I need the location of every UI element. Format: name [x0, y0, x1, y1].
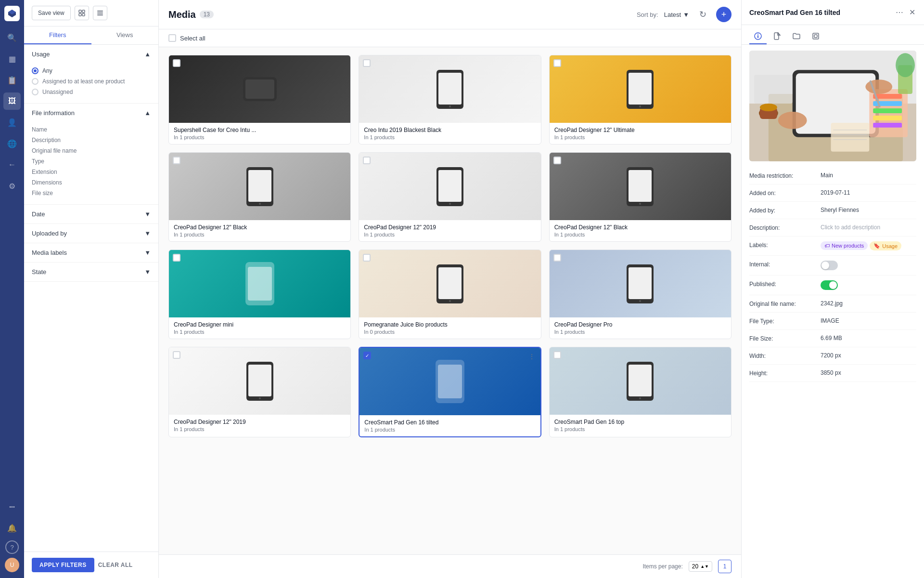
card-checkbox-11[interactable]: ✓ — [363, 352, 371, 359]
card-checkbox-2[interactable] — [363, 59, 371, 67]
detail-tab-layers[interactable] — [807, 29, 824, 44]
nav-grid-icon[interactable]: ▦ — [3, 50, 21, 67]
toggle-6[interactable] — [821, 280, 838, 290]
select-all-checkbox[interactable] — [168, 34, 176, 42]
card-products-7: In 1 products — [174, 329, 346, 335]
media-card-8[interactable]: Pomegranate Juice Bio products In 0 prod… — [359, 250, 541, 339]
filter-item-description[interactable]: Description — [32, 135, 151, 145]
clear-all-button[interactable]: CLEAR ALL — [98, 558, 133, 572]
card-checkbox-9[interactable] — [553, 254, 561, 262]
media-card-12[interactable]: CreoSmart Pad Gen 16 top In 1 products — [549, 347, 732, 437]
nav-more-icon[interactable]: ••• — [3, 498, 21, 515]
nav-help-icon[interactable]: ? — [5, 540, 19, 554]
nav-list-icon[interactable]: 📋 — [3, 71, 21, 89]
apply-filters-button[interactable]: APPLY FILTERS — [32, 558, 94, 572]
tab-filters[interactable]: Filters — [24, 26, 91, 44]
sidebar-icon-btn-2[interactable] — [93, 6, 107, 20]
media-card-11[interactable]: ✓ ⋮ CreoSmart Pad Gen 16 tilted In 1 pro… — [359, 347, 541, 437]
card-checkbox-6[interactable] — [553, 157, 561, 164]
svg-rect-4 — [97, 11, 103, 12]
sidebar-tabs: Filters Views — [24, 26, 158, 45]
media-card-5[interactable]: CreoPad Designer 12" 2019 In 1 products — [359, 152, 541, 242]
card-image-content-10 — [169, 347, 350, 415]
toggle-5[interactable] — [821, 261, 838, 270]
media-card-6[interactable]: CreoPad Designer 12" Black In 1 products — [549, 152, 732, 242]
items-per-page-select[interactable]: 20 ▲▼ — [689, 561, 712, 572]
card-image-4 — [169, 153, 350, 220]
card-checkbox-4[interactable] — [173, 157, 180, 164]
sort-select[interactable]: Latest ▼ — [664, 11, 689, 18]
nav-avatar[interactable]: U — [5, 558, 19, 572]
filter-item-dimensions[interactable]: Dimensions — [32, 177, 151, 188]
sidebar: Save view Filters Views Usage ▲ Any — [24, 0, 159, 578]
filter-option-any[interactable]: Any — [32, 66, 151, 76]
page-number[interactable]: 1 — [718, 560, 732, 573]
detail-tab-files[interactable] — [769, 29, 786, 44]
filter-option-assigned[interactable]: Assigned to at least one product — [32, 76, 151, 87]
filter-option-unassigned[interactable]: Unassigned — [32, 87, 151, 97]
card-products-2: In 1 products — [364, 134, 536, 140]
detail-more-icon[interactable]: ⋯ — [895, 7, 904, 18]
card-checkbox-12[interactable] — [553, 351, 561, 359]
filter-header-media-labels[interactable]: Media labels ▼ — [24, 243, 158, 262]
label-tag-new-products[interactable]: 🏷New products — [821, 241, 868, 250]
nav-users-icon[interactable]: 👤 — [3, 114, 21, 131]
filter-item-type[interactable]: Type — [32, 156, 151, 167]
card-checkbox-10[interactable] — [173, 351, 180, 359]
filter-header-usage[interactable]: Usage ▲ — [24, 45, 158, 64]
media-card-3[interactable]: CreoPad Designer 12" Ultimate In 1 produ… — [549, 55, 732, 144]
add-media-button[interactable]: + — [716, 7, 732, 22]
filter-header-file-info[interactable]: File information ▲ — [24, 104, 158, 122]
media-card-7[interactable]: CreoPad Designer mini In 1 products — [168, 250, 351, 339]
detail-actions: ⋯ ✕ — [895, 7, 916, 18]
card-image-content-9 — [550, 250, 731, 317]
nav-bell-icon[interactable]: 🔔 — [3, 519, 21, 537]
media-card-9[interactable]: CreoPad Designer Pro In 1 products — [549, 250, 732, 339]
info-value-10: 7200 px — [821, 352, 916, 359]
media-card-4[interactable]: CreoPad Designer 12" Black In 1 products — [168, 152, 351, 242]
detail-tab-folder[interactable] — [788, 29, 805, 44]
filter-item-extension[interactable]: Extension — [32, 167, 151, 177]
sidebar-icon-btn-1[interactable] — [75, 6, 89, 20]
detail-close-icon[interactable]: ✕ — [908, 7, 916, 18]
nav-media-icon[interactable]: 🖼 — [3, 92, 21, 110]
media-card-10[interactable]: CreoPad Designer 12" 2019 In 1 products — [168, 347, 351, 437]
select-all-label[interactable]: Select all — [168, 34, 205, 42]
chevron-down-icon-uploaded: ▼ — [144, 230, 151, 237]
nav-search-icon[interactable]: 🔍 — [3, 29, 21, 46]
svg-rect-2 — [79, 13, 81, 16]
card-name-8: Pomegranate Juice Bio products — [364, 321, 536, 328]
nav-back-icon[interactable]: ← — [3, 156, 21, 173]
svg-point-31 — [639, 300, 641, 302]
card-checkbox-7[interactable] — [173, 254, 180, 262]
media-card-2[interactable]: Creo Intu 2019 Blackest Black In 1 produ… — [359, 55, 541, 144]
card-more-11[interactable]: ⋮ — [527, 352, 537, 361]
media-card-1[interactable]: Supershell Case for Creo Intu ... In 1 p… — [168, 55, 351, 144]
label-tag-usage[interactable]: 🔖Usage — [870, 241, 901, 250]
svg-rect-62 — [831, 123, 870, 152]
filter-header-uploaded-by[interactable]: Uploaded by ▼ — [24, 224, 158, 243]
card-checkbox-1[interactable] — [173, 59, 180, 67]
filter-item-filesize[interactable]: File size — [32, 188, 151, 198]
tab-views[interactable]: Views — [91, 26, 159, 44]
card-checkbox-5[interactable] — [363, 157, 371, 164]
detail-tab-info[interactable] — [749, 29, 767, 44]
filter-header-date[interactable]: Date ▼ — [24, 205, 158, 223]
info-placeholder-3[interactable]: Click to add description — [821, 224, 916, 231]
card-checkbox-3[interactable] — [553, 59, 561, 67]
save-view-button[interactable]: Save view — [32, 6, 71, 20]
filter-label-media-labels: Media labels — [32, 249, 67, 256]
refresh-icon[interactable]: ↻ — [695, 7, 710, 22]
card-checkbox-8[interactable] — [363, 254, 371, 262]
info-row-3: Description: Click to add description — [749, 219, 916, 236]
info-row-5: Internal: — [749, 256, 916, 276]
nav-globe-icon[interactable]: 🌐 — [3, 135, 21, 152]
filter-header-state[interactable]: State ▼ — [24, 263, 158, 281]
filter-item-name[interactable]: Name — [32, 124, 151, 135]
chevron-up-icon: ▲ — [144, 51, 151, 58]
nav-settings-icon[interactable]: ⚙ — [3, 177, 21, 195]
filter-item-original-filename[interactable]: Original file name — [32, 145, 151, 156]
app-logo[interactable] — [4, 6, 20, 21]
card-info-5: CreoPad Designer 12" 2019 In 1 products — [359, 220, 540, 241]
info-label-6: Published: — [749, 280, 817, 288]
